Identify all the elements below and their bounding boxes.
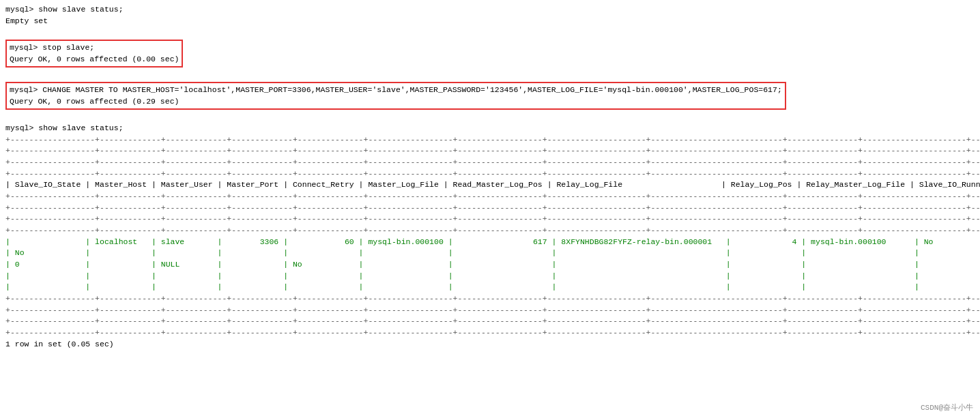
data-row-4: | | | | | | | | | | |: [5, 271, 975, 282]
sep-bottom-1: +------------------+-------------+------…: [5, 293, 975, 305]
show-slave-cmd: mysql> show slave status;: [5, 123, 975, 134]
data-row-5: | | | | | | | | | | |: [5, 282, 975, 293]
sep-4: +------------------+-------------+------…: [5, 168, 975, 180]
sep-8: +------------------+-------------+------…: [5, 225, 975, 237]
stop-slave-result: Query OK, 0 rows affected (0.00 sec): [10, 54, 179, 65]
sep-bottom-2: +------------------+-------------+------…: [5, 305, 975, 316]
stop-slave-box: mysql> stop slave; Query OK, 0 rows affe…: [5, 40, 183, 68]
sep-6: +------------------+-------------+------…: [5, 203, 975, 214]
change-master-cmd: mysql> CHANGE MASTER TO MASTER_HOST='loc…: [10, 85, 782, 96]
data-row-3: | 0 | | NULL | | No | | | | | |: [5, 259, 975, 271]
change-master-box: mysql> CHANGE MASTER TO MASTER_HOST='loc…: [5, 82, 786, 110]
table-header: | Slave_IO_State | Master_Host | Master_…: [5, 179, 975, 191]
line-1: mysql> show slave status;: [5, 4, 975, 16]
data-row-1: | | localhost | slave | 3306 | 60 | mysq…: [5, 237, 975, 248]
line-2: Empty set: [5, 16, 975, 27]
sep-3: +------------------+-------------+------…: [5, 157, 975, 168]
sep-bottom-4: +------------------+-------------+------…: [5, 327, 975, 339]
watermark: CSDN@奋斗小牛: [921, 402, 973, 413]
sep-1: +------------------+-------------+------…: [5, 134, 975, 146]
change-master-result: Query OK, 0 rows affected (0.29 sec): [10, 96, 782, 108]
sep-7: +------------------+-------------+------…: [5, 213, 975, 225]
blank-2: [5, 69, 975, 80]
footer-row: 1 row in set (0.05 sec): [5, 339, 975, 350]
sep-bottom-3: +------------------+-------------+------…: [5, 316, 975, 327]
terminal-window: mysql> show slave status; Empty set mysq…: [0, 0, 980, 418]
sep-2: +------------------+-------------+------…: [5, 145, 975, 157]
data-row-2: | No | | | | | | | | | |: [5, 248, 975, 259]
blank-1: [5, 27, 975, 38]
sep-5: +------------------+-------------+------…: [5, 191, 975, 203]
stop-slave-cmd: mysql> stop slave;: [10, 42, 179, 54]
blank-3: [5, 111, 975, 123]
